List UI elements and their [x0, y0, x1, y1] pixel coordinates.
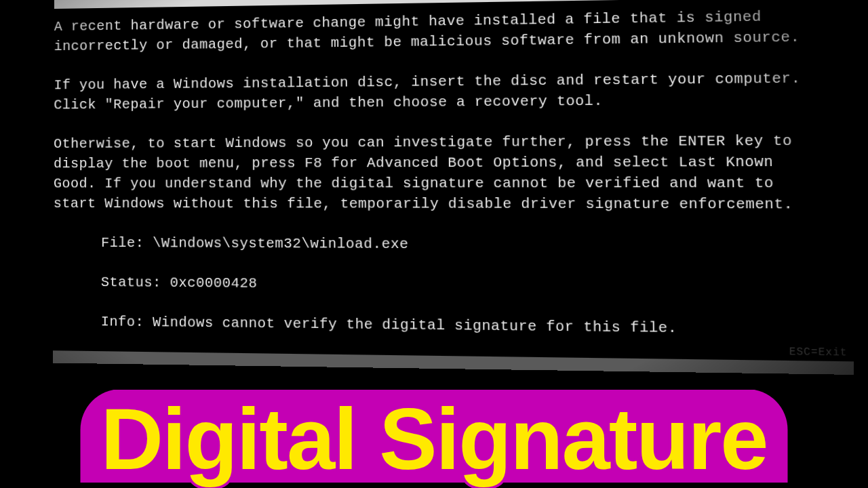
caption-text: Digital Signature — [81, 390, 788, 483]
message-paragraph-3: Otherwise, to start Windows so you can i… — [54, 130, 812, 215]
status-label: Status: — [101, 274, 161, 291]
footer-bar: ESC=Exit — [53, 350, 854, 375]
message-paragraph-1: A recent hardware or software change mig… — [54, 5, 810, 56]
detail-status: Status: 0xc0000428 — [101, 272, 852, 299]
detail-info: Info: Windows cannot verify the digital … — [101, 312, 854, 341]
info-value: Windows cannot verify the digital signat… — [153, 314, 677, 337]
status-value: 0xc0000428 — [170, 274, 258, 291]
detail-file: File: \Windows\system32\winload.exe — [101, 233, 852, 257]
caption-band: Digital Signature — [0, 390, 868, 488]
message-paragraph-2: If you have a Windows installation disc,… — [54, 68, 810, 115]
file-value: \Windows\system32\winload.exe — [153, 235, 409, 252]
esc-hint: ESC=Exit — [789, 344, 848, 360]
error-details: File: \Windows\system32\winload.exe Stat… — [101, 233, 854, 341]
file-label: File: — [101, 235, 144, 251]
boot-manager-screen: Windows Boot Manager A recent hardware o… — [53, 0, 854, 375]
info-label: Info: — [101, 314, 144, 330]
